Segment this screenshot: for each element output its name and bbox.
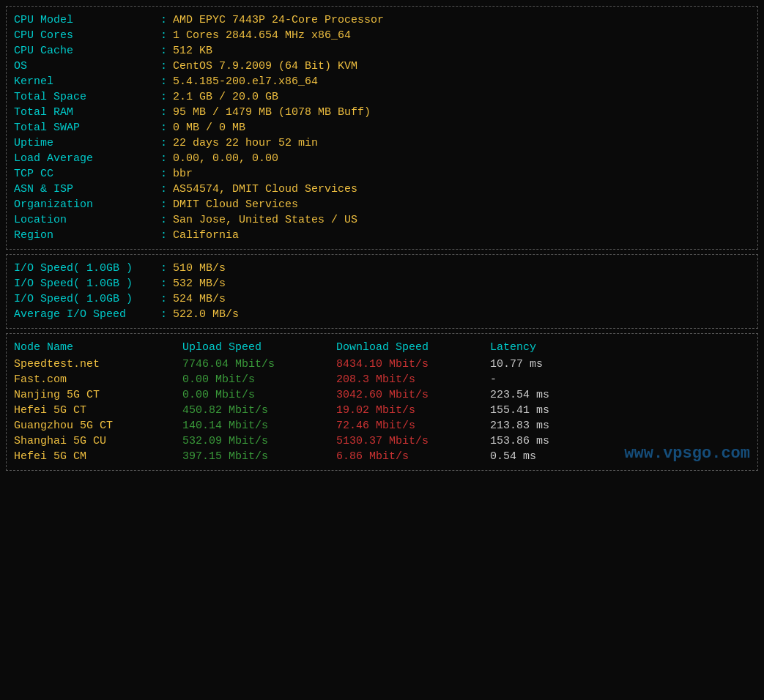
- uptime-label: Uptime: [14, 137, 160, 149]
- io1-colon: :: [160, 262, 167, 275]
- cpu-model-label: CPU Model: [14, 14, 160, 26]
- region-row: Region : California: [14, 228, 750, 243]
- region-colon: :: [160, 229, 167, 242]
- download-speed: 8434.10 Mbit/s: [336, 358, 490, 371]
- location-label: Location: [14, 214, 160, 226]
- header-download: Download Speed: [336, 341, 490, 354]
- io3-value: 524 MB/s: [173, 293, 226, 305]
- io2-row: I/O Speed( 1.0GB ) : 532 MB/s: [14, 276, 750, 291]
- network-row: Speedtest.net 7746.04 Mbit/s 8434.10 Mbi…: [14, 357, 750, 372]
- cpu-cache-colon: :: [160, 45, 167, 57]
- tcp-cc-colon: :: [160, 168, 167, 180]
- node-name: Hefei 5G CT: [14, 404, 182, 417]
- cpu-cache-value: 512 KB: [173, 45, 212, 57]
- asn-isp-row: ASN & ISP : AS54574, DMIT Cloud Services: [14, 182, 750, 197]
- cpu-cores-value: 1 Cores 2844.654 MHz x86_64: [173, 29, 351, 42]
- load-avg-label: Load Average: [14, 152, 160, 165]
- os-value: CentOS 7.9.2009 (64 Bit) KVM: [173, 60, 357, 72]
- total-space-row: Total Space : 2.1 GB / 20.0 GB: [14, 89, 750, 105]
- total-space-label: Total Space: [14, 91, 160, 103]
- avg-io-value: 522.0 MB/s: [173, 308, 239, 321]
- io3-row: I/O Speed( 1.0GB ) : 524 MB/s: [14, 291, 750, 307]
- io2-value: 532 MB/s: [173, 278, 226, 290]
- kernel-value: 5.4.185-200.el7.x86_64: [173, 75, 318, 88]
- upload-speed: 140.14 Mbit/s: [182, 420, 336, 432]
- cpu-cores-colon: :: [160, 29, 167, 42]
- cpu-model-row: CPU Model : AMD EPYC 7443P 24-Core Proce…: [14, 12, 750, 28]
- io2-colon: :: [160, 278, 167, 290]
- kernel-row: Kernel : 5.4.185-200.el7.x86_64: [14, 74, 750, 89]
- io1-value: 510 MB/s: [173, 262, 226, 275]
- location-value: San Jose, United States / US: [173, 214, 357, 226]
- cpu-cores-label: CPU Cores: [14, 29, 160, 42]
- cpu-cores-row: CPU Cores : 1 Cores 2844.654 MHz x86_64: [14, 28, 750, 43]
- org-label: Organization: [14, 198, 160, 211]
- total-swap-row: Total SWAP : 0 MB / 0 MB: [14, 120, 750, 135]
- uptime-colon: :: [160, 137, 167, 149]
- download-speed: 6.86 Mbit/s: [336, 450, 490, 463]
- io1-row: I/O Speed( 1.0GB ) : 510 MB/s: [14, 261, 750, 276]
- asn-isp-label: ASN & ISP: [14, 183, 160, 196]
- location-colon: :: [160, 214, 167, 226]
- org-colon: :: [160, 198, 167, 211]
- load-avg-value: 0.00, 0.00, 0.00: [173, 152, 278, 165]
- org-value: DMIT Cloud Services: [173, 198, 298, 211]
- watermark-text: www.vpsgo.com: [624, 444, 750, 463]
- total-swap-label: Total SWAP: [14, 122, 160, 134]
- latency: -: [490, 373, 497, 386]
- header-upload: Upload Speed: [182, 341, 336, 354]
- upload-speed: 397.15 Mbit/s: [182, 450, 336, 463]
- org-row: Organization : DMIT Cloud Services: [14, 197, 750, 212]
- io3-colon: :: [160, 293, 167, 305]
- network-row: Guangzhou 5G CT 140.14 Mbit/s 72.46 Mbit…: [14, 418, 750, 433]
- total-ram-colon: :: [160, 106, 167, 119]
- tcp-cc-label: TCP CC: [14, 168, 160, 180]
- network-section: Node Name Upload Speed Download Speed La…: [6, 333, 758, 471]
- avg-io-row: Average I/O Speed : 522.0 MB/s: [14, 307, 750, 322]
- io2-label: I/O Speed( 1.0GB ): [14, 278, 160, 290]
- total-space-value: 2.1 GB / 20.0 GB: [173, 91, 278, 103]
- tcp-cc-row: TCP CC : bbr: [14, 166, 750, 182]
- latency: 153.86 ms: [490, 435, 549, 447]
- network-row: Fast.com 0.00 Mbit/s 208.3 Mbit/s -: [14, 372, 750, 387]
- location-row: Location : San Jose, United States / US: [14, 212, 750, 228]
- latency: 213.83 ms: [490, 420, 549, 432]
- cpu-model-value: AMD EPYC 7443P 24-Core Processor: [173, 14, 384, 26]
- os-label: OS: [14, 60, 160, 72]
- kernel-label: Kernel: [14, 75, 160, 88]
- upload-speed: 532.09 Mbit/s: [182, 435, 336, 447]
- node-name: Nanjing 5G CT: [14, 389, 182, 401]
- node-name: Guangzhou 5G CT: [14, 420, 182, 432]
- network-header: Node Name Upload Speed Download Speed La…: [14, 340, 750, 355]
- header-node: Node Name: [14, 341, 182, 354]
- total-space-colon: :: [160, 91, 167, 103]
- cpu-model-colon: :: [160, 14, 167, 26]
- latency: 223.54 ms: [490, 389, 549, 401]
- total-ram-row: Total RAM : 95 MB / 1479 MB (1078 MB Buf…: [14, 105, 750, 120]
- io-speed-section: I/O Speed( 1.0GB ) : 510 MB/s I/O Speed(…: [6, 254, 758, 329]
- os-row: OS : CentOS 7.9.2009 (64 Bit) KVM: [14, 59, 750, 74]
- latency: 10.77 ms: [490, 358, 543, 371]
- cpu-cache-row: CPU Cache : 512 KB: [14, 43, 750, 59]
- download-speed: 72.46 Mbit/s: [336, 420, 490, 432]
- download-speed: 19.02 Mbit/s: [336, 404, 490, 417]
- region-value: California: [173, 229, 239, 242]
- download-speed: 5130.37 Mbit/s: [336, 435, 490, 447]
- uptime-value: 22 days 22 hour 52 min: [173, 137, 318, 149]
- load-avg-row: Load Average : 0.00, 0.00, 0.00: [14, 151, 750, 166]
- upload-speed: 0.00 Mbit/s: [182, 389, 336, 401]
- total-ram-label: Total RAM: [14, 106, 160, 119]
- cpu-cache-label: CPU Cache: [14, 45, 160, 57]
- latency: 0.54 ms: [490, 450, 536, 463]
- node-name: Speedtest.net: [14, 358, 182, 371]
- load-avg-colon: :: [160, 152, 167, 165]
- os-colon: :: [160, 60, 167, 72]
- node-name: Hefei 5G CM: [14, 450, 182, 463]
- node-name: Fast.com: [14, 373, 182, 386]
- system-info-section: CPU Model : AMD EPYC 7443P 24-Core Proce…: [6, 6, 758, 250]
- network-row: Hefei 5G CT 450.82 Mbit/s 19.02 Mbit/s 1…: [14, 403, 750, 418]
- total-swap-value: 0 MB / 0 MB: [173, 122, 245, 134]
- kernel-colon: :: [160, 75, 167, 88]
- download-speed: 3042.60 Mbit/s: [336, 389, 490, 401]
- latency: 155.41 ms: [490, 404, 549, 417]
